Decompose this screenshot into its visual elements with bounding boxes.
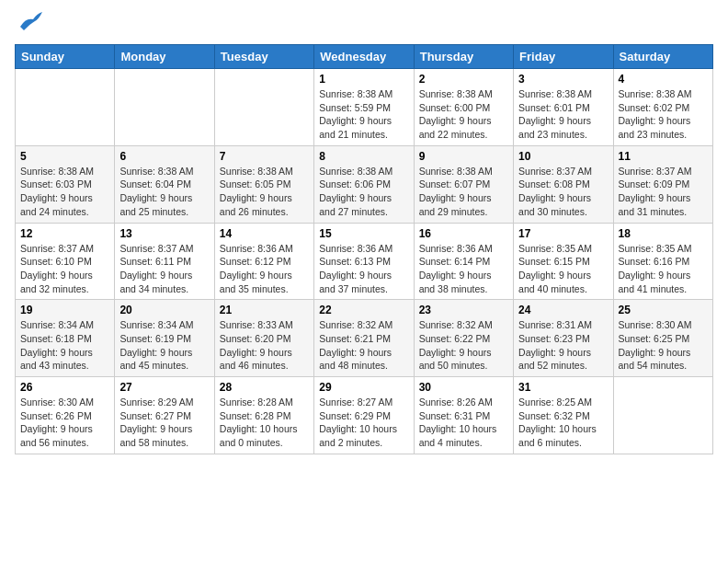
calendar-cell: 3Sunrise: 8:38 AMSunset: 6:01 PMDaylight…	[514, 69, 613, 146]
day-number: 17	[518, 227, 608, 240]
calendar-week-row: 12Sunrise: 8:37 AMSunset: 6:10 PMDayligh…	[16, 223, 713, 300]
day-info: Sunrise: 8:34 AMSunset: 6:18 PMDaylight:…	[20, 318, 109, 373]
day-info: Sunrise: 8:38 AMSunset: 6:06 PMDaylight:…	[319, 165, 408, 219]
calendar-week-row: 26Sunrise: 8:30 AMSunset: 6:26 PMDayligh…	[16, 377, 713, 454]
calendar-cell: 26Sunrise: 8:30 AMSunset: 6:26 PMDayligh…	[16, 377, 115, 454]
day-number: 13	[119, 227, 209, 240]
day-number: 31	[518, 381, 608, 394]
day-number: 7	[220, 150, 309, 163]
calendar-week-row: 5Sunrise: 8:38 AMSunset: 6:03 PMDaylight…	[16, 145, 713, 223]
calendar-header-row: SundayMondayTuesdayWednesdayThursdayFrid…	[16, 45, 713, 69]
calendar-week-row: 19Sunrise: 8:34 AMSunset: 6:18 PMDayligh…	[16, 300, 713, 377]
calendar-week-row: 1Sunrise: 8:38 AMSunset: 5:59 PMDaylight…	[16, 69, 713, 146]
calendar-cell: 23Sunrise: 8:32 AMSunset: 6:22 PMDayligh…	[414, 300, 513, 377]
day-info: Sunrise: 8:36 AMSunset: 6:12 PMDaylight:…	[220, 242, 309, 296]
weekday-header-friday: Friday	[514, 45, 613, 69]
day-number: 29	[319, 381, 408, 394]
day-info: Sunrise: 8:38 AMSunset: 6:05 PMDaylight:…	[220, 165, 309, 219]
day-info: Sunrise: 8:37 AMSunset: 6:08 PMDaylight:…	[518, 165, 608, 219]
day-info: Sunrise: 8:28 AMSunset: 6:28 PMDaylight:…	[220, 396, 309, 450]
day-number: 22	[319, 304, 408, 316]
day-info: Sunrise: 8:38 AMSunset: 6:02 PMDaylight:…	[619, 87, 708, 142]
calendar-cell: 18Sunrise: 8:35 AMSunset: 6:16 PMDayligh…	[613, 223, 712, 300]
day-number: 14	[220, 227, 309, 240]
day-number: 27	[119, 381, 209, 394]
day-info: Sunrise: 8:34 AMSunset: 6:19 PMDaylight:…	[119, 318, 209, 373]
calendar-cell: 4Sunrise: 8:38 AMSunset: 6:02 PMDaylight…	[613, 69, 712, 146]
day-info: Sunrise: 8:35 AMSunset: 6:15 PMDaylight:…	[518, 242, 608, 296]
calendar-cell: 27Sunrise: 8:29 AMSunset: 6:27 PMDayligh…	[115, 377, 214, 454]
calendar-cell: 31Sunrise: 8:25 AMSunset: 6:32 PMDayligh…	[514, 377, 613, 454]
day-info: Sunrise: 8:38 AMSunset: 6:03 PMDaylight:…	[20, 165, 109, 219]
day-info: Sunrise: 8:30 AMSunset: 6:26 PMDaylight:…	[20, 396, 109, 450]
calendar-cell: 29Sunrise: 8:27 AMSunset: 6:29 PMDayligh…	[314, 377, 414, 454]
calendar-cell: 21Sunrise: 8:33 AMSunset: 6:20 PMDayligh…	[214, 300, 313, 377]
day-number: 28	[220, 381, 309, 394]
day-number: 16	[419, 227, 508, 240]
day-number: 6	[119, 150, 209, 163]
calendar-cell: 6Sunrise: 8:38 AMSunset: 6:04 PMDaylight…	[115, 145, 214, 223]
day-number: 9	[419, 150, 508, 163]
day-info: Sunrise: 8:36 AMSunset: 6:13 PMDaylight:…	[319, 242, 408, 296]
day-number: 30	[419, 381, 508, 394]
calendar-cell: 19Sunrise: 8:34 AMSunset: 6:18 PMDayligh…	[16, 300, 115, 377]
weekday-header-saturday: Saturday	[613, 45, 712, 69]
calendar-cell: 28Sunrise: 8:28 AMSunset: 6:28 PMDayligh…	[214, 377, 313, 454]
calendar-cell: 7Sunrise: 8:38 AMSunset: 6:05 PMDaylight…	[214, 145, 313, 223]
day-number: 24	[518, 304, 608, 316]
day-info: Sunrise: 8:38 AMSunset: 6:00 PMDaylight:…	[419, 87, 508, 142]
day-number: 3	[518, 73, 608, 86]
calendar-cell: 11Sunrise: 8:37 AMSunset: 6:09 PMDayligh…	[613, 145, 712, 223]
calendar-cell: 17Sunrise: 8:35 AMSunset: 6:15 PMDayligh…	[514, 223, 613, 300]
calendar-cell: 1Sunrise: 8:38 AMSunset: 5:59 PMDaylight…	[314, 69, 414, 146]
day-number: 4	[619, 73, 708, 86]
day-info: Sunrise: 8:30 AMSunset: 6:25 PMDaylight:…	[619, 318, 708, 373]
calendar-cell: 22Sunrise: 8:32 AMSunset: 6:21 PMDayligh…	[314, 300, 414, 377]
day-number: 25	[619, 304, 708, 316]
day-number: 2	[419, 73, 508, 86]
calendar-cell: 15Sunrise: 8:36 AMSunset: 6:13 PMDayligh…	[314, 223, 414, 300]
day-number: 19	[20, 304, 109, 316]
day-info: Sunrise: 8:27 AMSunset: 6:29 PMDaylight:…	[319, 396, 408, 450]
day-info: Sunrise: 8:31 AMSunset: 6:23 PMDaylight:…	[518, 318, 608, 373]
day-number: 18	[619, 227, 708, 240]
calendar-cell	[16, 69, 115, 146]
day-number: 11	[619, 150, 708, 163]
day-number: 12	[20, 227, 109, 240]
day-info: Sunrise: 8:33 AMSunset: 6:20 PMDaylight:…	[220, 318, 309, 373]
calendar-cell	[115, 69, 214, 146]
calendar-cell: 25Sunrise: 8:30 AMSunset: 6:25 PMDayligh…	[613, 300, 712, 377]
day-number: 5	[20, 150, 109, 163]
calendar-cell: 8Sunrise: 8:38 AMSunset: 6:06 PMDaylight…	[314, 145, 414, 223]
day-number: 21	[220, 304, 309, 316]
day-info: Sunrise: 8:32 AMSunset: 6:21 PMDaylight:…	[319, 318, 408, 373]
day-info: Sunrise: 8:37 AMSunset: 6:11 PMDaylight:…	[119, 242, 209, 296]
calendar-cell: 24Sunrise: 8:31 AMSunset: 6:23 PMDayligh…	[514, 300, 613, 377]
page-header	[15, 15, 713, 35]
day-info: Sunrise: 8:37 AMSunset: 6:10 PMDaylight:…	[20, 242, 109, 296]
weekday-header-thursday: Thursday	[414, 45, 513, 69]
calendar-cell: 2Sunrise: 8:38 AMSunset: 6:00 PMDaylight…	[414, 69, 513, 146]
day-info: Sunrise: 8:35 AMSunset: 6:16 PMDaylight:…	[619, 242, 708, 296]
day-info: Sunrise: 8:29 AMSunset: 6:27 PMDaylight:…	[119, 396, 209, 450]
calendar-cell: 20Sunrise: 8:34 AMSunset: 6:19 PMDayligh…	[115, 300, 214, 377]
day-number: 23	[419, 304, 508, 316]
calendar-cell: 14Sunrise: 8:36 AMSunset: 6:12 PMDayligh…	[214, 223, 313, 300]
day-info: Sunrise: 8:38 AMSunset: 5:59 PMDaylight:…	[319, 87, 408, 142]
calendar-cell	[214, 69, 313, 146]
weekday-header-tuesday: Tuesday	[214, 45, 313, 69]
logo	[15, 15, 42, 35]
calendar-cell: 12Sunrise: 8:37 AMSunset: 6:10 PMDayligh…	[16, 223, 115, 300]
day-number: 20	[119, 304, 209, 316]
weekday-header-wednesday: Wednesday	[314, 45, 414, 69]
day-info: Sunrise: 8:38 AMSunset: 6:04 PMDaylight:…	[119, 165, 209, 219]
logo-bird-icon	[17, 10, 42, 30]
calendar-cell: 10Sunrise: 8:37 AMSunset: 6:08 PMDayligh…	[514, 145, 613, 223]
weekday-header-monday: Monday	[115, 45, 214, 69]
calendar-cell: 16Sunrise: 8:36 AMSunset: 6:14 PMDayligh…	[414, 223, 513, 300]
day-number: 10	[518, 150, 608, 163]
calendar-cell: 13Sunrise: 8:37 AMSunset: 6:11 PMDayligh…	[115, 223, 214, 300]
day-number: 26	[20, 381, 109, 394]
day-number: 1	[319, 73, 408, 86]
day-info: Sunrise: 8:25 AMSunset: 6:32 PMDaylight:…	[518, 396, 608, 450]
